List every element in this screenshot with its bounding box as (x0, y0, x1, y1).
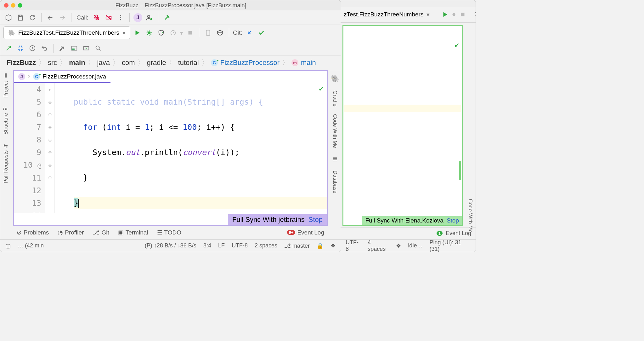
tool-problems[interactable]: ⊘Problems (17, 229, 49, 236)
run-icon[interactable] (442, 9, 449, 20)
tool-git[interactable]: ⎇Git (93, 229, 109, 236)
run-icon[interactable] (132, 28, 142, 38)
status-note[interactable]: … (42 min (18, 242, 44, 249)
debug-icon[interactable] (144, 28, 154, 38)
lock-icon[interactable]: 🔒 (317, 242, 324, 249)
bc-project[interactable]: FizzBuzz (7, 59, 36, 67)
svg-point-15 (96, 46, 99, 49)
mic-off-icon[interactable] (92, 13, 102, 23)
history-icon[interactable] (27, 43, 37, 53)
status-caret[interactable]: 8:4 (203, 242, 211, 249)
close-tab-icon[interactable]: × (28, 74, 31, 79)
status-encoding[interactable]: UTF-8 (232, 242, 248, 249)
package-icon[interactable] (215, 28, 225, 38)
bc-java[interactable]: java (97, 59, 110, 67)
open-icon[interactable] (3, 13, 14, 23)
close-window-button[interactable] (4, 3, 8, 8)
tool-todo[interactable]: ☰TODO (157, 229, 182, 236)
profile-icon[interactable] (168, 28, 178, 38)
stop-icon[interactable] (459, 9, 466, 20)
bc-main[interactable]: main (69, 59, 85, 67)
tool-project[interactable]: Project ▮ (3, 73, 9, 98)
editor-right[interactable]: ✔ Full Sync With Elena.Kozlova Stop (342, 25, 463, 226)
svg-point-4 (120, 19, 121, 20)
run-config-right[interactable]: zTest.FizzBuzzThreeNumbers ▾ (344, 8, 434, 21)
back-icon[interactable] (45, 13, 55, 23)
debug-icon[interactable] (450, 9, 457, 20)
run-configuration-dropdown[interactable]: 🐘 FizzBuzzTest.FizzBuzzThreeNumbers ▾ (3, 26, 130, 39)
code-text[interactable]: public static void main(String[] args) {… (55, 83, 327, 213)
search-icon[interactable] (93, 43, 103, 53)
layout-icon[interactable] (69, 43, 79, 53)
sync-icon[interactable] (27, 13, 37, 23)
tool-terminal[interactable]: ▣Terminal (118, 229, 148, 236)
tool-code-with-me[interactable]: Code With Me (332, 114, 338, 148)
tool-structure[interactable]: Structure ⠿ (3, 107, 9, 135)
right-stripe-right: Code With Me (465, 29, 476, 233)
git-update-icon[interactable] (244, 28, 254, 38)
status-line-sep[interactable]: LF (218, 242, 225, 249)
more-vert-icon[interactable] (116, 13, 126, 23)
ide-window-left: FizzBuzz – FizzBuzzProcessor.java [FizzB… (0, 0, 341, 252)
tool-profiler[interactable]: ◔Profiler (58, 229, 84, 236)
tool-database[interactable]: Database (332, 170, 338, 194)
coverage-icon[interactable] (156, 28, 166, 38)
sync-stop-link[interactable]: Stop (308, 216, 323, 224)
stop-icon[interactable] (185, 28, 195, 38)
save-all-icon[interactable] (15, 13, 25, 23)
code-area[interactable]: 45678910 @1112131415 ▸⊖⊖⊖⊖⊖⊖⊖ public sta… (14, 83, 327, 213)
event-log-right[interactable]: Event Log (446, 230, 471, 237)
device-icon[interactable] (203, 28, 213, 38)
status-network[interactable]: (P) ↑28 B/s / ↓36 B/s (145, 242, 196, 249)
add-user-icon[interactable] (144, 13, 154, 23)
fold-gutter[interactable]: ▸⊖⊖⊖⊖⊖⊖⊖ (45, 83, 55, 213)
titlebar[interactable]: FizzBuzz – FizzBuzzProcessor.java [FizzB… (0, 0, 341, 10)
breadcrumb[interactable]: FizzBuzz〉 src〉 main〉 java〉 com〉 gradle〉 … (0, 55, 341, 70)
sync-banner: Full Sync With jetbrains Stop (228, 214, 327, 225)
bc-gradle[interactable]: gradle (147, 59, 166, 67)
status-idle[interactable]: idle… (408, 242, 422, 249)
tool-windows-icon[interactable]: ▢ (5, 242, 11, 249)
bc-tutorial[interactable]: tutorial (178, 59, 199, 67)
status-enc-r[interactable]: UTF-8 (346, 239, 361, 252)
marker-stripe (459, 161, 461, 180)
build-hammer-icon[interactable] (162, 13, 172, 23)
bc-class[interactable]: FizzBuzzProcessor (220, 59, 280, 67)
ide-status-icon[interactable]: ❖ (330, 242, 336, 249)
inspection-ok-icon[interactable]: ✔ (454, 42, 460, 49)
chevron-down-icon[interactable]: ▾ (180, 29, 183, 37)
zoom-window-button[interactable] (18, 3, 22, 8)
search-icon[interactable] (474, 9, 476, 20)
camera-off-icon[interactable] (104, 13, 114, 23)
undo-icon[interactable] (39, 43, 49, 53)
git-commit-icon[interactable] (256, 28, 266, 38)
status-ping[interactable]: Ping (UI): 31 (31) (429, 239, 471, 252)
bc-method[interactable]: main (301, 59, 316, 67)
minimize-window-button[interactable] (11, 3, 15, 8)
svg-point-18 (475, 12, 476, 16)
toolbar-row-1: Call: J (0, 10, 341, 25)
class-file-icon: C (33, 73, 40, 80)
svg-rect-9 (188, 31, 192, 35)
tool-pull-requests[interactable]: Pull Requests ⇵ (3, 144, 9, 183)
gradle-elephant-icon[interactable]: 🐘 (331, 75, 339, 83)
bc-src[interactable]: src (48, 59, 57, 67)
run-target-icon[interactable] (81, 43, 91, 53)
ide-status-icon[interactable]: ❖ (396, 242, 401, 249)
statusbar-left: ▢ … (42 min (P) ↑28 B/s / ↓36 B/s 8:4 LF… (0, 239, 341, 252)
database-icon[interactable]: ≣ (332, 156, 337, 163)
bc-com[interactable]: com (122, 59, 135, 67)
user-avatar[interactable]: J (133, 13, 142, 22)
forward-icon[interactable] (57, 13, 67, 23)
expand-icon[interactable] (3, 43, 14, 53)
tool-gradle[interactable]: Gradle (332, 90, 338, 107)
status-indent[interactable]: 2 spaces (255, 242, 277, 249)
wrench-icon[interactable] (57, 43, 67, 53)
editor-tab-active[interactable]: J × C FizzBuzzProcessor.java (14, 71, 110, 83)
gutter[interactable]: 45678910 @1112131415 (14, 83, 45, 213)
tool-event-log[interactable]: 9+Event Log (287, 229, 324, 236)
status-branch[interactable]: ⎇ master (284, 242, 310, 249)
sync-stop-right[interactable]: Stop (447, 217, 459, 224)
collapse-icon[interactable] (15, 43, 25, 53)
status-indent-r[interactable]: 4 spaces (368, 239, 389, 252)
